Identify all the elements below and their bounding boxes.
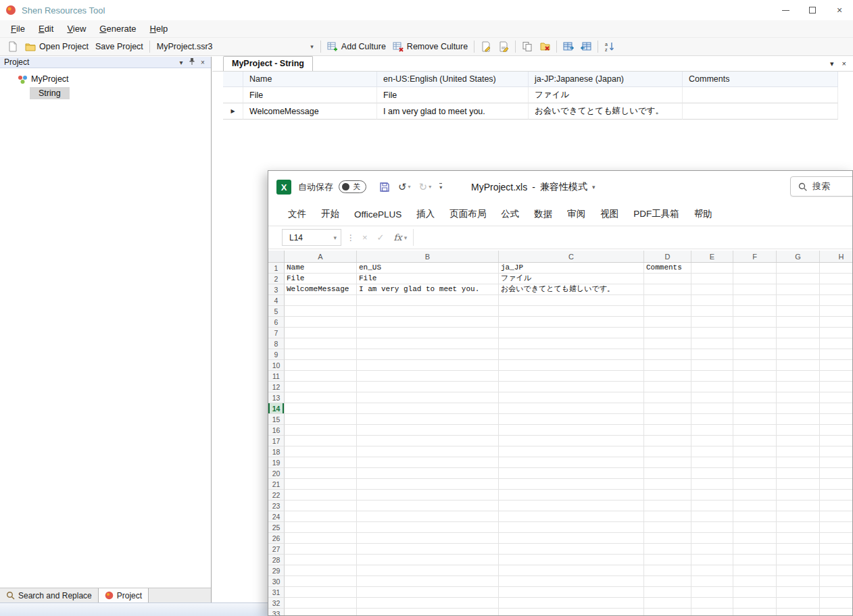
row-header-19[interactable]: 19 <box>268 457 285 468</box>
tab-project[interactable]: Project <box>98 588 149 602</box>
export-excel-button[interactable] <box>560 40 577 53</box>
cell-G33[interactable] <box>777 609 820 615</box>
ribbon-tab-PDF工具箱[interactable]: PDF工具箱 <box>626 203 687 226</box>
cell-C29[interactable] <box>499 565 644 576</box>
cell-A1[interactable]: Name <box>285 263 357 274</box>
document-tab[interactable]: MyProject - String <box>223 56 313 71</box>
cell-C19[interactable] <box>499 457 644 468</box>
cell-E4[interactable] <box>691 295 733 306</box>
cell-F13[interactable] <box>733 392 777 403</box>
cell-B4[interactable] <box>357 295 499 306</box>
cell-comments[interactable] <box>683 87 838 103</box>
cell-ja-jp[interactable]: お会いできてとても嬉しいです。 <box>529 103 683 120</box>
select-all-corner[interactable] <box>268 251 285 262</box>
col-header-G[interactable]: G <box>777 251 820 262</box>
cell-D10[interactable] <box>644 360 691 371</box>
cell-E16[interactable] <box>691 425 733 436</box>
cell-B20[interactable] <box>357 468 499 479</box>
cell-E19[interactable] <box>691 457 733 468</box>
cell-E18[interactable] <box>691 446 733 457</box>
cell-G29[interactable] <box>777 565 820 576</box>
cell-C5[interactable] <box>499 306 644 317</box>
row-header-20[interactable]: 20 <box>268 468 285 479</box>
cell-C24[interactable] <box>499 511 644 522</box>
cell-name[interactable]: WelcomeMessage <box>243 103 377 120</box>
cell-H2[interactable] <box>820 274 852 284</box>
cell-D17[interactable] <box>644 436 691 446</box>
cell-F33[interactable] <box>733 609 777 615</box>
cell-A7[interactable] <box>285 328 357 338</box>
cell-F27[interactable] <box>733 544 777 555</box>
cell-C23[interactable] <box>499 500 644 511</box>
cell-A19[interactable] <box>285 457 357 468</box>
cell-A4[interactable] <box>285 295 357 306</box>
cell-D6[interactable] <box>644 317 691 328</box>
resource-row-welcomemessage[interactable]: ▶ WelcomeMessage I am very glad to meet … <box>223 103 853 120</box>
customize-qat-button[interactable]: ▾ <box>436 183 445 190</box>
cell-B17[interactable] <box>357 436 499 446</box>
cell-A28[interactable] <box>285 555 357 565</box>
cell-F28[interactable] <box>733 555 777 565</box>
cell-B5[interactable] <box>357 306 499 317</box>
cell-E7[interactable] <box>691 328 733 338</box>
cell-G1[interactable] <box>777 263 820 274</box>
cell-H26[interactable] <box>820 533 852 544</box>
edit-string-button[interactable] <box>495 40 512 53</box>
cell-D5[interactable] <box>644 306 691 317</box>
row-header-6[interactable]: 6 <box>268 317 285 328</box>
resource-row-file[interactable]: File File ファイル <box>223 87 853 103</box>
cell-D3[interactable] <box>644 284 691 295</box>
cancel-entry-icon[interactable]: × <box>362 232 368 242</box>
formula-input[interactable] <box>413 229 852 246</box>
row-header-5[interactable]: 5 <box>268 306 285 317</box>
row-selector[interactable] <box>223 87 243 103</box>
cell-B19[interactable] <box>357 457 499 468</box>
cell-E27[interactable] <box>691 544 733 555</box>
cell-C13[interactable] <box>499 392 644 403</box>
cell-D13[interactable] <box>644 392 691 403</box>
row-header-12[interactable]: 12 <box>268 382 285 392</box>
cell-H30[interactable] <box>820 576 852 587</box>
column-header-ja-jp[interactable]: ja-JP:Japanese (Japan) <box>529 72 683 87</box>
cell-C32[interactable] <box>499 598 644 609</box>
open-project-button[interactable]: Open Project <box>22 40 92 53</box>
cell-D18[interactable] <box>644 446 691 457</box>
name-box[interactable]: L14 ▾ <box>282 229 341 246</box>
cell-F21[interactable] <box>733 479 777 490</box>
cell-B26[interactable] <box>357 533 499 544</box>
cell-H1[interactable] <box>820 263 852 274</box>
cell-en-us[interactable]: File <box>377 87 529 103</box>
cell-B15[interactable] <box>357 414 499 425</box>
cell-H5[interactable] <box>820 306 852 317</box>
cell-B8[interactable] <box>357 338 499 349</box>
cell-D4[interactable] <box>644 295 691 306</box>
cell-G4[interactable] <box>777 295 820 306</box>
remove-culture-button[interactable]: Remove Culture <box>389 40 471 53</box>
row-header-25[interactable]: 25 <box>268 522 285 533</box>
row-header-16[interactable]: 16 <box>268 425 285 436</box>
cell-F22[interactable] <box>733 490 777 500</box>
cell-G7[interactable] <box>777 328 820 338</box>
cell-E25[interactable] <box>691 522 733 533</box>
cell-ja-jp[interactable]: ファイル <box>529 87 683 103</box>
cell-F5[interactable] <box>733 306 777 317</box>
cell-G30[interactable] <box>777 576 820 587</box>
cell-G5[interactable] <box>777 306 820 317</box>
cell-B1[interactable]: en_US <box>357 263 499 274</box>
cell-B11[interactable] <box>357 371 499 382</box>
row-header-27[interactable]: 27 <box>268 544 285 555</box>
cell-H15[interactable] <box>820 414 852 425</box>
col-header-D[interactable]: D <box>644 251 691 262</box>
cell-A22[interactable] <box>285 490 357 500</box>
cell-B22[interactable] <box>357 490 499 500</box>
cell-C6[interactable] <box>499 317 644 328</box>
cell-H25[interactable] <box>820 522 852 533</box>
sort-button[interactable]: az <box>601 40 619 53</box>
cell-B14[interactable] <box>357 403 499 414</box>
row-header-22[interactable]: 22 <box>268 490 285 500</box>
cell-H4[interactable] <box>820 295 852 306</box>
cell-G24[interactable] <box>777 511 820 522</box>
row-header-2[interactable]: 2 <box>268 274 285 284</box>
cell-B18[interactable] <box>357 446 499 457</box>
menu-edit[interactable]: Edit <box>32 21 60 36</box>
